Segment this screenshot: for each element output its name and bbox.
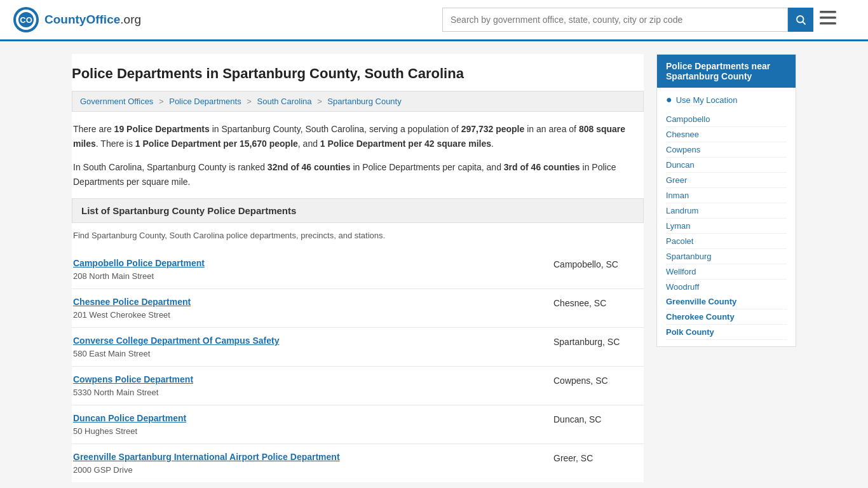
- dept-info: Duncan Police Department 50 Hughes Stree…: [73, 413, 541, 436]
- dept-info: Chesnee Police Department 201 West Chero…: [73, 297, 541, 320]
- sidebar-item[interactable]: Chesnee: [666, 127, 787, 142]
- sidebar-item[interactable]: Duncan: [666, 158, 787, 173]
- table-row: Greenville Spartanburg International Air…: [72, 444, 644, 482]
- desc1-bold1: 19 Police Departments: [114, 124, 210, 134]
- dept-city: Greer, SC: [541, 452, 642, 463]
- breadcrumb-sep-1: >: [159, 97, 166, 106]
- breadcrumb-gov-offices[interactable]: Government Offices: [80, 97, 153, 106]
- sidebar-county-item[interactable]: Greenville County: [666, 294, 787, 309]
- desc1-bold4: 1 Police Department per 15,670 people: [135, 139, 298, 149]
- logo-area: CO CountyOffice.org: [13, 6, 141, 33]
- logo-icon: CO: [13, 6, 39, 33]
- use-location-label: Use My Location: [676, 95, 738, 105]
- desc2-bold1: 32nd of 46 counties: [268, 162, 351, 172]
- description-1: There are 19 Police Departments in Spart…: [72, 122, 644, 151]
- section-header: List of Spartanburg County Police Depart…: [72, 198, 644, 223]
- sidebar-county-item[interactable]: Cherokee County: [666, 309, 787, 325]
- breadcrumb-sep-3: >: [317, 97, 324, 106]
- hamburger-icon: [820, 11, 836, 25]
- svg-rect-8: [820, 22, 836, 25]
- menu-button[interactable]: [820, 11, 836, 29]
- dept-address: 208 North Main Street: [73, 271, 154, 281]
- dept-city: Campobello, SC: [541, 258, 642, 269]
- search-area: [442, 8, 836, 32]
- sidebar-counties: Greenville CountyCherokee CountyPolk Cou…: [666, 294, 787, 340]
- sidebar-county-item[interactable]: Polk County: [666, 325, 787, 340]
- table-row: Campobello Police Department 208 North M…: [72, 250, 644, 289]
- sidebar-item[interactable]: Spartanburg: [666, 249, 787, 264]
- dept-address: 50 Hughes Street: [73, 426, 137, 436]
- sidebar-item[interactable]: Landrum: [666, 203, 787, 219]
- desc1-post4: .: [491, 139, 494, 149]
- desc1-post3: , and: [298, 139, 320, 149]
- desc1-mid: in Spartanburg County, South Carolina, s…: [210, 124, 461, 134]
- desc1-bold5: 1 Police Department per 42 square miles: [320, 139, 491, 149]
- description-2: In South Carolina, Spartanburg County is…: [72, 160, 644, 189]
- sidebar-item[interactable]: Inman: [666, 188, 787, 203]
- svg-line-5: [803, 22, 805, 24]
- dept-address: 580 East Main Street: [73, 349, 150, 358]
- logo-name-text: CountyOffice: [44, 13, 120, 26]
- table-row: Duncan Police Department 50 Hughes Stree…: [72, 405, 644, 444]
- breadcrumb-police-depts[interactable]: Police Departments: [169, 97, 241, 106]
- dept-info: Campobello Police Department 208 North M…: [73, 258, 541, 281]
- dept-address: 5330 North Main Street: [73, 388, 158, 397]
- sidebar: Police Departments near Spartanburg Coun…: [656, 54, 796, 482]
- sidebar-item[interactable]: Cowpens: [666, 142, 787, 158]
- breadcrumb: Government Offices > Police Departments …: [72, 91, 644, 112]
- dept-info: Greenville Spartanburg International Air…: [73, 452, 541, 475]
- dept-city: Cowpens, SC: [541, 374, 642, 386]
- sidebar-item[interactable]: Lyman: [666, 219, 787, 234]
- page-title: Police Departments in Spartanburg County…: [72, 54, 644, 91]
- desc1-post: in an area of: [524, 124, 579, 134]
- svg-rect-7: [820, 17, 836, 19]
- location-icon: ●: [666, 94, 672, 105]
- logo-text: CountyOffice.org: [44, 13, 141, 27]
- dept-address: 201 West Cherokee Street: [73, 310, 170, 320]
- sidebar-item[interactable]: Woodruff: [666, 280, 787, 294]
- sidebar-content: ● Use My Location CampobelloChesneeCowpe…: [657, 88, 796, 346]
- svg-rect-6: [820, 11, 836, 13]
- dept-info: Cowpens Police Department 5330 North Mai…: [73, 374, 541, 397]
- use-location-link[interactable]: ● Use My Location: [666, 94, 787, 105]
- sidebar-item[interactable]: Campobello: [666, 112, 787, 127]
- logo-suffix-text: .org: [120, 13, 141, 26]
- dept-name-link[interactable]: Duncan Police Department: [73, 413, 541, 423]
- dept-city: Duncan, SC: [541, 413, 642, 424]
- sidebar-item[interactable]: Greer: [666, 173, 787, 188]
- desc1-post2: . There is: [96, 139, 135, 149]
- dept-name-link[interactable]: Campobello Police Department: [73, 258, 541, 268]
- svg-text:CO: CO: [20, 15, 32, 25]
- dept-name-link[interactable]: Chesnee Police Department: [73, 297, 541, 307]
- search-input[interactable]: [442, 8, 788, 32]
- sidebar-title: Police Departments near Spartanburg Coun…: [657, 55, 796, 88]
- section-description: Find Spartanburg County, South Carolina …: [72, 231, 644, 240]
- desc1-pre: There are: [73, 124, 114, 134]
- site-header: CO CountyOffice.org: [0, 0, 868, 41]
- department-list: Campobello Police Department 208 North M…: [72, 250, 644, 482]
- dept-name-link[interactable]: Cowpens Police Department: [73, 374, 541, 384]
- table-row: Cowpens Police Department 5330 North Mai…: [72, 367, 644, 405]
- svg-point-4: [797, 16, 804, 23]
- search-icon: [795, 14, 806, 25]
- dept-city: Chesnee, SC: [541, 297, 642, 308]
- sidebar-item[interactable]: Wellford: [666, 264, 787, 280]
- breadcrumb-sep-2: >: [247, 97, 254, 106]
- desc2-bold2: 3rd of 46 counties: [504, 162, 580, 172]
- desc2-pre: In South Carolina, Spartanburg County is…: [73, 162, 268, 172]
- dept-city: Spartanburg, SC: [541, 336, 642, 347]
- search-button[interactable]: [788, 8, 813, 32]
- dept-address: 2000 GSP Drive: [73, 465, 133, 475]
- main-container: Police Departments in Spartanburg County…: [59, 41, 809, 488]
- breadcrumb-south-carolina[interactable]: South Carolina: [257, 97, 312, 106]
- dept-name-link[interactable]: Converse College Department Of Campus Sa…: [73, 336, 541, 346]
- desc2-mid: in Police Departments per capita, and: [351, 162, 504, 172]
- sidebar-cities: CampobelloChesneeCowpensDuncanGreerInman…: [666, 112, 787, 294]
- breadcrumb-spartanburg-county[interactable]: Spartanburg County: [327, 97, 401, 106]
- table-row: Chesnee Police Department 201 West Chero…: [72, 289, 644, 328]
- dept-name-link[interactable]: Greenville Spartanburg International Air…: [73, 452, 541, 462]
- sidebar-item[interactable]: Pacolet: [666, 234, 787, 249]
- sidebar-box: Police Departments near Spartanburg Coun…: [656, 54, 796, 347]
- desc1-bold2: 297,732 people: [461, 124, 525, 134]
- dept-info: Converse College Department Of Campus Sa…: [73, 336, 541, 358]
